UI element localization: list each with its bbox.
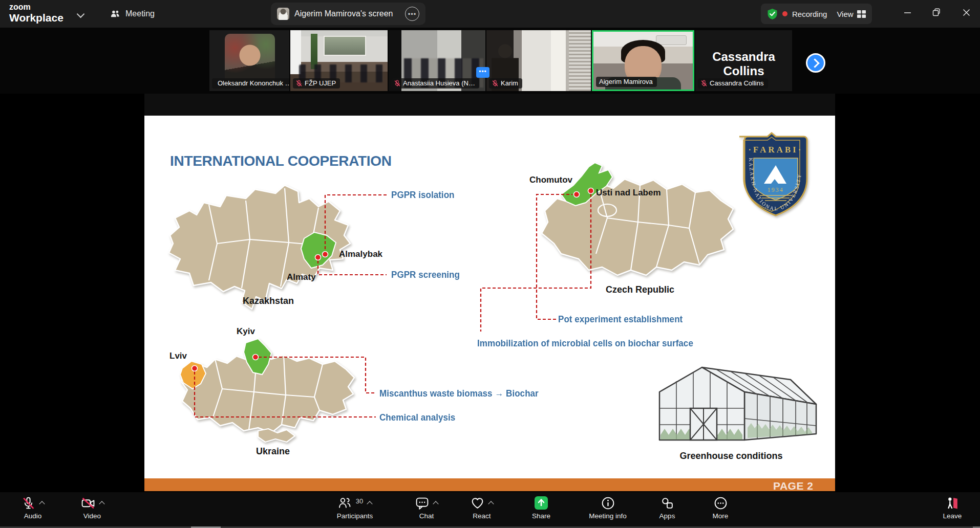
label-usti-nad-labem: Usti nad Labem <box>596 188 661 198</box>
photo-detail <box>656 35 687 45</box>
video-tile-cassandra[interactable]: Cassandra Collins Cassandra Collins <box>695 30 792 91</box>
label-ukraine: Ukraine <box>256 446 290 457</box>
label-chomutov: Chomutov <box>529 175 572 185</box>
chat-icon <box>415 496 429 510</box>
recording-label: Recording <box>792 10 827 18</box>
audio-label: Audio <box>24 512 42 520</box>
chat-label: Chat <box>419 512 434 520</box>
video-tile-karim[interactable]: Karim <box>486 30 591 91</box>
minimize-icon <box>904 9 911 16</box>
heart-icon <box>471 496 484 510</box>
participant-name-pill: Aigerim Mamirova <box>596 77 657 87</box>
tab-meeting[interactable]: Meeting <box>110 0 155 28</box>
apps-button[interactable]: Apps <box>644 496 690 520</box>
minimize-button[interactable] <box>894 0 920 25</box>
close-button[interactable] <box>953 0 979 25</box>
brand-workplace: Workplace <box>9 12 63 23</box>
chat-options-chevron[interactable] <box>433 501 438 507</box>
tab-options-ellipsis-icon[interactable]: ••• <box>405 7 419 21</box>
ukraine-map <box>177 333 359 448</box>
info-icon <box>601 496 615 510</box>
video-filmstrip: Oleksandr Kononchuk … FŽP UJEP <box>0 28 980 94</box>
tile-options-button[interactable]: ••• <box>476 67 489 78</box>
video-off-name: Cassandra Collins <box>695 50 792 78</box>
titlebar: zoom Workplace Meeting Aigerim Mamirova'… <box>0 0 980 28</box>
share-screen-icon <box>534 496 548 510</box>
label-kyiv: Kyiv <box>237 326 255 337</box>
slide-title: INTERNATIONAL COOPERATION <box>170 153 392 169</box>
react-options-chevron[interactable] <box>488 501 494 507</box>
close-icon <box>963 9 970 16</box>
video-tile-fzp-ujep[interactable]: FŽP UJEP <box>290 30 388 91</box>
view-button[interactable]: View <box>837 10 865 18</box>
apps-icon <box>661 496 674 510</box>
apps-label: Apps <box>659 512 675 520</box>
share-button[interactable]: Share <box>518 496 564 520</box>
leave-button[interactable]: Leave <box>929 496 975 520</box>
meeting-toolbar: Audio Video 30 <box>0 492 980 528</box>
more-label: More <box>713 512 729 520</box>
muted-mic-icon <box>394 80 400 87</box>
people-icon <box>110 9 120 18</box>
participant-name-pill: Oleksandr Kononchuk … <box>212 78 289 89</box>
audio-options-chevron[interactable] <box>39 501 45 507</box>
more-ellipsis-icon <box>714 496 728 510</box>
chevron-right-icon <box>810 58 819 68</box>
participant-name-pill: FŽP UJEP <box>293 78 340 89</box>
label-almaty: Almaty <box>287 272 316 282</box>
video-tile-anastasiia[interactable]: Anastasiia Husieva (N… <box>389 30 485 91</box>
security-shield-icon[interactable] <box>767 8 778 20</box>
video-tile-aigerim-active-speaker[interactable]: Aigerim Mamirova <box>592 30 694 91</box>
video-tile-oleksandr[interactable]: Oleksandr Kononchuk … <box>209 30 289 91</box>
next-participants-button[interactable] <box>806 53 825 73</box>
brand-chevron-down-icon[interactable] <box>77 10 85 18</box>
muted-mic-icon <box>701 80 707 87</box>
greenhouse-caption: Greenhouse conditions <box>670 451 793 461</box>
tab-meeting-label: Meeting <box>125 9 155 18</box>
video-options-chevron[interactable] <box>99 501 104 507</box>
video-button[interactable]: Video <box>69 496 115 520</box>
slide-page-number: PAGE 2 <box>773 480 813 491</box>
recording-dot-icon <box>782 11 787 16</box>
participants-options-chevron[interactable] <box>367 501 373 507</box>
annotation-pgpr-isolation: PGPR isolation <box>391 189 455 201</box>
meeting-info-button[interactable]: Meeting info <box>581 496 634 520</box>
label-lviv: Lviv <box>169 351 187 361</box>
react-label: React <box>473 512 491 520</box>
participant-name-pill: Anastasiia Husieva (N… <box>391 78 479 89</box>
mic-muted-icon <box>22 496 35 510</box>
participants-count-badge: 30 <box>356 497 363 505</box>
react-button[interactable]: React <box>459 496 505 520</box>
share-label: Share <box>532 512 550 520</box>
greenhouse-illustration <box>653 357 823 450</box>
brand-zoom: zoom <box>9 3 63 11</box>
annotation-pot-experiment: Pot experiment establishment <box>558 314 683 325</box>
label-kazakhstan: Kazakhstan <box>243 296 294 306</box>
camera-muted-icon <box>81 496 95 510</box>
logo-farabi-text: ·FARABI· <box>748 145 803 155</box>
annotation-pgpr-screening: PGPR screening <box>391 269 460 280</box>
zoom-workplace-logo: zoom Workplace <box>9 3 63 23</box>
participant-name-pill: Cassandra Collins <box>698 78 768 89</box>
audio-button[interactable]: Audio <box>10 496 56 520</box>
gallery-view-icon <box>857 10 866 18</box>
participant-name: Karim <box>501 79 518 87</box>
muted-mic-icon <box>296 80 302 87</box>
maximize-button[interactable] <box>924 0 949 25</box>
more-button[interactable]: More <box>697 496 743 520</box>
tab-avatar <box>277 8 289 20</box>
zoom-meeting-window: zoom Workplace Meeting Aigerim Mamirova'… <box>0 0 980 528</box>
muted-mic-icon <box>492 80 498 87</box>
chat-button[interactable]: Chat <box>403 496 450 520</box>
participants-button[interactable]: 30 Participants <box>327 496 383 520</box>
meeting-status-pill: Recording View <box>761 4 872 24</box>
participant-name-pill: Karim <box>489 78 522 89</box>
photo-detail <box>569 30 591 91</box>
annotation-immobilization: Immobilization of microbial cells on bio… <box>477 338 693 349</box>
leave-label: Leave <box>943 512 962 520</box>
photo-detail <box>311 34 317 69</box>
slide-top-bar <box>144 94 835 116</box>
tab-shared-screen[interactable]: Aigerim Mamirova's screen ••• <box>271 3 425 25</box>
photo-detail <box>324 36 367 56</box>
shared-screen-stage: INTERNATIONAL COOPERATION ·FARABI· 1934 … <box>0 94 980 492</box>
